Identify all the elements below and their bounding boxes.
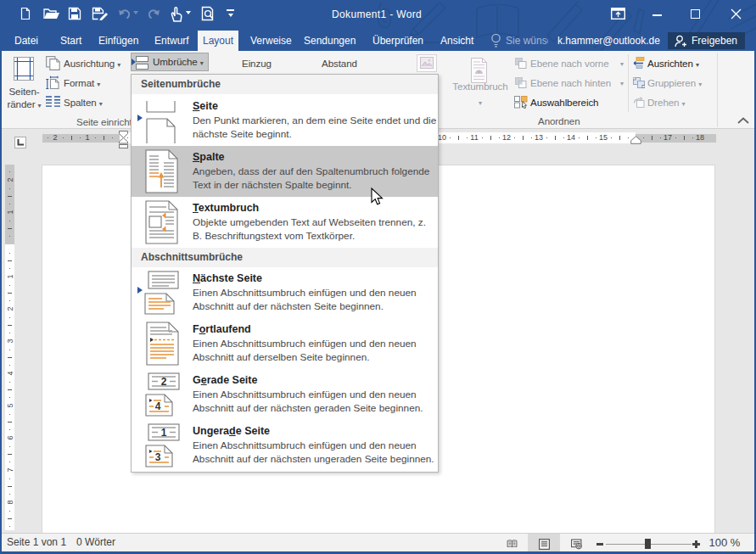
svg-text:2: 2	[161, 376, 167, 388]
svg-text:4: 4	[155, 400, 161, 412]
svg-text:3: 3	[155, 451, 161, 463]
svg-text:1: 1	[161, 427, 167, 439]
